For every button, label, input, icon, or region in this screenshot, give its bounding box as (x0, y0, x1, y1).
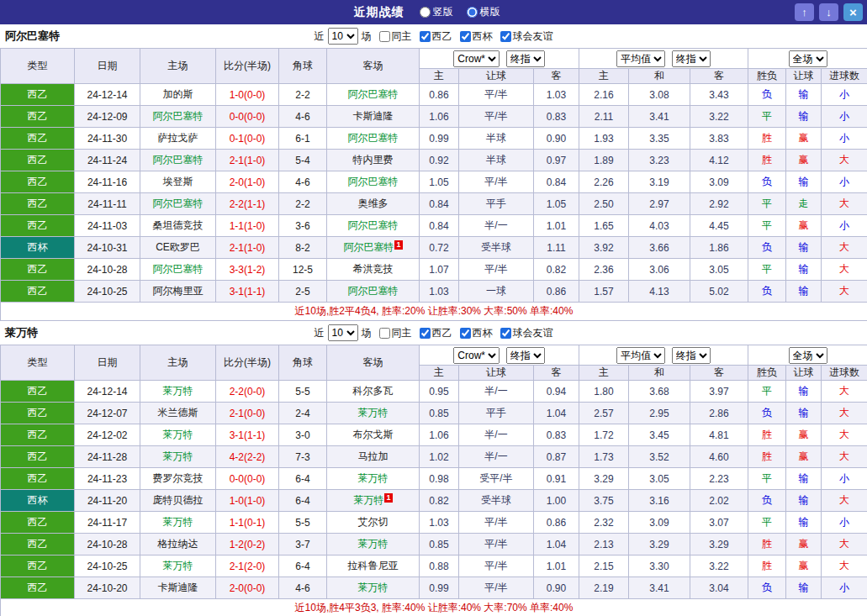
home-team-cell[interactable]: 莱万特 (140, 446, 216, 468)
home-team-cell[interactable]: 米兰德斯 (140, 403, 216, 424)
friendly-checkbox[interactable] (500, 328, 511, 339)
home-team-cell[interactable]: 埃登斯 (140, 171, 216, 193)
score-cell[interactable]: 2-1(1-0) (216, 150, 279, 171)
average-select[interactable]: 平均值 (616, 347, 665, 364)
horizontal-view-option[interactable]: 横版 (467, 5, 500, 19)
away-team-cell[interactable]: 希洪竞技 (327, 259, 420, 281)
score-cell[interactable]: 1-1(1-0) (216, 215, 279, 237)
home-team-cell[interactable]: 阿尔巴塞特 (140, 150, 216, 171)
score-cell[interactable]: 2-1(1-0) (216, 237, 279, 259)
horizontal-view-radio[interactable] (467, 7, 478, 18)
corners-cell: 6-4 (279, 555, 327, 577)
score-cell[interactable]: 0-0(0-0) (216, 468, 279, 490)
same-home-option[interactable]: 同主 (375, 29, 412, 44)
score-cell[interactable]: 1-0(1-0) (216, 490, 279, 512)
away-team-cell[interactable]: 马拉加 (327, 446, 420, 468)
odds-cell: 受半球 (459, 237, 534, 259)
col-home-header: 主场 (140, 345, 216, 381)
score-cell[interactable]: 2-0(1-0) (216, 171, 279, 193)
recent-count-select[interactable]: 10 (328, 324, 358, 341)
score-cell[interactable]: 2-0(0-0) (216, 577, 279, 599)
away-team-cell[interactable]: 阿尔巴塞特 (327, 215, 420, 237)
home-team-cell[interactable]: 卡斯迪隆 (140, 577, 216, 599)
same-home-option[interactable]: 同主 (375, 326, 412, 340)
home-team-cell[interactable]: 莱万特 (140, 512, 216, 534)
home-team-cell[interactable]: 阿尔巴塞特 (140, 106, 216, 128)
scope-select[interactable]: 全场 (789, 347, 827, 364)
away-team-cell[interactable]: 阿尔巴塞特 (327, 84, 420, 106)
average-select[interactable]: 平均值 (616, 50, 665, 67)
score-cell[interactable]: 2-2(0-0) (216, 381, 279, 403)
score-cell[interactable]: 1-0(0-0) (216, 84, 279, 106)
friendly-option[interactable]: 球会友谊 (496, 326, 553, 340)
vertical-view-option[interactable]: 竖版 (420, 5, 453, 19)
home-team-cell[interactable]: 格拉纳达 (140, 534, 216, 555)
scope-select[interactable]: 全场 (789, 50, 827, 67)
recent-count-select[interactable]: 10 (328, 28, 358, 45)
cup-checkbox[interactable] (460, 31, 471, 42)
away-team-cell[interactable]: 科尔多瓦 (327, 381, 420, 403)
score-cell[interactable]: 2-2(1-1) (216, 193, 279, 215)
away-team-cell[interactable]: 艾尔切 (327, 512, 420, 534)
league-option[interactable]: 西乙 (415, 29, 452, 44)
away-team-cell[interactable]: 拉科鲁尼亚 (327, 555, 420, 577)
score-cell[interactable]: 2-1(0-0) (216, 403, 279, 424)
away-team-cell[interactable]: 奥维多 (327, 193, 420, 215)
home-team-cell[interactable]: 加的斯 (140, 84, 216, 106)
score-cell[interactable]: 2-1(2-0) (216, 555, 279, 577)
same-home-checkbox[interactable] (379, 31, 390, 42)
score-cell[interactable]: 1-1(0-1) (216, 512, 279, 534)
friendly-checkbox[interactable] (500, 31, 511, 42)
score-cell[interactable]: 1-2(0-2) (216, 534, 279, 555)
away-team-cell[interactable]: 莱万特 (327, 534, 420, 555)
corners-cell: 5-5 (279, 512, 327, 534)
home-team-cell[interactable]: 桑坦德竞技 (140, 215, 216, 237)
bookmaker-select[interactable]: Crow* (453, 347, 500, 364)
away-team-cell[interactable]: 特内里费 (327, 150, 420, 171)
away-team-cell[interactable]: 阿尔巴塞特 (327, 281, 420, 303)
score-cell[interactable]: 3-1(1-1) (216, 424, 279, 446)
move-down-button[interactable]: ↓ (819, 3, 838, 21)
home-team-cell[interactable]: 阿尔巴塞特 (140, 259, 216, 281)
home-team-cell[interactable]: 莱万特 (140, 381, 216, 403)
away-team-cell[interactable]: 莱万特 (327, 468, 420, 490)
odds-stage-select[interactable]: 终指 (506, 50, 545, 67)
score-cell[interactable]: 3-1(1-1) (216, 281, 279, 303)
friendly-option[interactable]: 球会友谊 (496, 29, 553, 44)
same-home-checkbox[interactable] (379, 328, 390, 339)
home-team-cell[interactable]: 庞特贝德拉 (140, 490, 216, 512)
score-cell[interactable]: 4-2(2-2) (216, 446, 279, 468)
home-team-cell[interactable]: CE欧罗巴 (140, 237, 216, 259)
cup-checkbox[interactable] (460, 328, 471, 339)
home-team-cell[interactable]: 莱万特 (140, 555, 216, 577)
average-stage-select[interactable]: 终指 (672, 347, 711, 364)
away-team-cell[interactable]: 阿尔巴塞特 (327, 171, 420, 193)
away-team-cell[interactable]: 莱万特1 (327, 490, 420, 512)
league-checkbox[interactable] (420, 328, 431, 339)
score-cell[interactable]: 3-3(1-2) (216, 259, 279, 281)
league-option[interactable]: 西乙 (415, 326, 452, 340)
home-team-cell[interactable]: 阿尔梅里亚 (140, 281, 216, 303)
bookmaker-select[interactable]: Crow* (453, 50, 500, 67)
away-team-cell[interactable]: 莱万特 (327, 577, 420, 599)
vertical-view-radio[interactable] (420, 7, 431, 18)
home-team-cell[interactable]: 莱万特 (140, 424, 216, 446)
cup-option[interactable]: 西杯 (456, 29, 493, 44)
odds-stage-select[interactable]: 终指 (506, 347, 545, 364)
average-stage-select[interactable]: 终指 (672, 50, 711, 67)
score-cell[interactable]: 0-0(0-0) (216, 106, 279, 128)
away-team-cell[interactable]: 布尔戈斯 (327, 424, 420, 446)
odds-cell: 3.68 (629, 381, 690, 403)
home-team-cell[interactable]: 阿尔巴塞特 (140, 193, 216, 215)
away-team-cell[interactable]: 阿尔巴塞特1 (327, 237, 420, 259)
move-up-button[interactable]: ↑ (795, 3, 814, 21)
close-button[interactable]: × (843, 3, 863, 21)
away-team-cell[interactable]: 莱万特 (327, 403, 420, 424)
away-team-cell[interactable]: 卡斯迪隆 (327, 106, 420, 128)
score-cell[interactable]: 0-1(0-0) (216, 128, 279, 150)
away-team-cell[interactable]: 阿尔巴塞特 (327, 128, 420, 150)
home-team-cell[interactable]: 费罗尔竞技 (140, 468, 216, 490)
cup-option[interactable]: 西杯 (456, 326, 493, 340)
home-team-cell[interactable]: 萨拉戈萨 (140, 128, 216, 150)
league-checkbox[interactable] (420, 31, 431, 42)
